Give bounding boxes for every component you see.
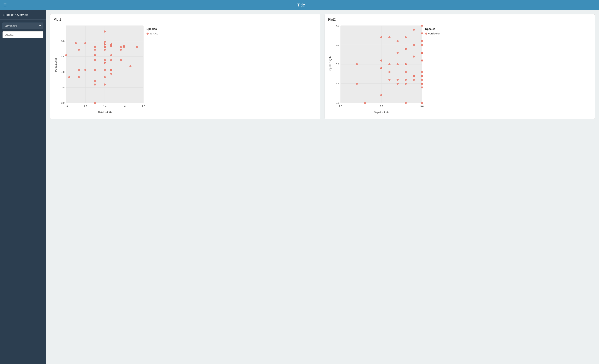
- data-point: [110, 69, 112, 71]
- data-point: [413, 44, 415, 46]
- data-point: [120, 49, 122, 51]
- data-point: [68, 76, 70, 78]
- data-point: [120, 46, 122, 48]
- plot1-legend-dot: [147, 33, 149, 35]
- data-point: [388, 63, 390, 65]
- plot1-y-axis-text: Petal.Length: [54, 57, 57, 72]
- app-title: Title: [7, 3, 596, 8]
- data-point: [110, 54, 112, 56]
- data-point: [421, 83, 423, 85]
- plot2-card: Plot2 5.0 5.5 6.0 6.5 7.0: [325, 14, 595, 119]
- data-point: [94, 80, 96, 82]
- data-point: [94, 102, 96, 104]
- data-point: [405, 79, 407, 81]
- data-point: [75, 42, 77, 44]
- data-point: [65, 54, 67, 56]
- x-tick: 1.4: [103, 105, 106, 107]
- y-tick: 4.5: [61, 55, 64, 58]
- x-tick: 3.0: [420, 105, 423, 107]
- y-tick: 6.5: [336, 44, 339, 46]
- data-point: [110, 59, 112, 61]
- sidebar-controls: setosa versicolor virginica ▼: [0, 20, 46, 41]
- data-point: [104, 76, 106, 78]
- data-point: [380, 67, 382, 69]
- data-point: [84, 69, 86, 71]
- data-point: [421, 79, 423, 81]
- data-point: [123, 46, 125, 48]
- data-point: [405, 71, 407, 73]
- data-point: [104, 59, 106, 61]
- hamburger-icon[interactable]: ☰: [3, 3, 7, 7]
- data-point: [104, 49, 106, 51]
- y-tick: 3.5: [61, 86, 64, 89]
- y-tick: 6.0: [336, 63, 339, 66]
- plot2-title: Plot2: [328, 18, 591, 21]
- data-point: [356, 63, 358, 65]
- plot1-chart: 3.0 3.5 4.0 4.5 5.0 1.0 1.2 1.4 1.6 1.8 …: [54, 24, 158, 115]
- data-point: [104, 44, 106, 45]
- search-input[interactable]: [2, 31, 44, 38]
- y-tick: 7.0: [336, 24, 339, 27]
- data-point: [396, 63, 399, 65]
- data-point: [380, 94, 382, 96]
- y-tick: 5.0: [61, 40, 64, 42]
- data-point: [104, 62, 106, 64]
- data-point: [356, 83, 358, 85]
- species-select[interactable]: setosa versicolor virginica: [2, 23, 44, 29]
- data-point: [388, 79, 390, 81]
- data-point: [380, 36, 382, 38]
- x-tick: 1.0: [64, 105, 68, 107]
- y-tick: 5.0: [336, 102, 339, 104]
- data-point: [78, 76, 80, 78]
- plot1-legend-item: versicolor: [150, 32, 158, 35]
- data-point: [388, 36, 390, 38]
- main-layout: Species Overview setosa versicolor virgi…: [0, 10, 599, 364]
- plot2-legend-dot: [425, 33, 427, 35]
- sidebar: Species Overview setosa versicolor virgi…: [0, 10, 46, 364]
- data-point: [405, 102, 407, 104]
- data-point: [405, 83, 407, 85]
- data-point: [78, 49, 80, 51]
- plot2-legend-title: Species: [425, 27, 435, 30]
- data-point: [421, 40, 423, 42]
- data-point: [94, 69, 96, 71]
- data-point: [421, 52, 423, 54]
- data-point: [421, 25, 423, 27]
- plot2-legend-item: versicolor: [428, 32, 440, 35]
- data-point: [413, 79, 415, 81]
- data-point: [413, 29, 415, 31]
- plot1-title: Plot1: [54, 18, 317, 21]
- app-header: ☰ Title: [0, 0, 599, 10]
- data-point: [104, 41, 106, 43]
- data-point: [104, 69, 106, 71]
- data-point: [421, 44, 423, 46]
- data-point: [78, 69, 80, 71]
- data-point: [421, 86, 423, 89]
- data-point: [396, 79, 399, 81]
- data-point: [421, 71, 423, 73]
- data-point: [421, 32, 423, 35]
- y-tick: 3.0: [61, 102, 64, 104]
- data-point: [421, 60, 423, 62]
- plot2-y-axis-text: Sepal.Length: [328, 56, 332, 72]
- x-tick: 1.8: [142, 105, 145, 107]
- data-point: [110, 73, 112, 75]
- data-point: [104, 46, 106, 48]
- data-point: [405, 63, 407, 65]
- y-tick: 4.0: [61, 71, 64, 73]
- x-tick: 2.0: [339, 105, 342, 107]
- data-point: [396, 40, 399, 42]
- data-point: [380, 60, 382, 62]
- data-point: [405, 36, 407, 38]
- data-point: [94, 49, 96, 51]
- data-point: [396, 83, 399, 85]
- data-point: [84, 42, 86, 44]
- data-point: [104, 83, 106, 86]
- x-tick: 2.5: [380, 105, 383, 107]
- data-point: [94, 83, 96, 86]
- data-point: [421, 75, 423, 77]
- data-point: [110, 45, 112, 47]
- y-tick: 5.5: [336, 82, 339, 85]
- sidebar-item-species-overview[interactable]: Species Overview: [0, 10, 46, 20]
- data-point: [94, 59, 96, 61]
